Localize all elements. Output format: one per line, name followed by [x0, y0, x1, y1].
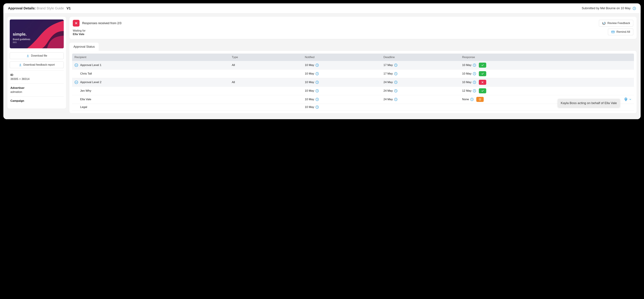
- summary-card: Responses received from 2/3 Waiting for …: [70, 17, 636, 39]
- responses-text: Responses received from 2/3: [82, 22, 122, 25]
- notified-cell: 10 May: [305, 89, 379, 93]
- title-label: Approval Details:: [8, 6, 36, 10]
- status-badge-approved: [479, 63, 486, 68]
- rejected-badge: [73, 20, 80, 27]
- clock-icon: [316, 81, 319, 84]
- th-type: Type: [230, 54, 302, 61]
- status-badge-approved: [479, 88, 486, 93]
- clock-icon: [394, 81, 398, 84]
- type-cell: [230, 95, 302, 104]
- approval-status-table: Recipient Type Notified Deadline Respons…: [72, 54, 634, 111]
- notified-cell: 10 May: [305, 81, 379, 84]
- clock-icon: [473, 89, 476, 93]
- notified-cell: 10 May: [305, 98, 379, 101]
- gear-icon[interactable]: [624, 97, 628, 101]
- document-thumbnail[interactable]: simple. Brand guidelines 2021: [10, 20, 64, 48]
- recipient-name: Jen Why: [80, 89, 91, 93]
- notified-cell: 10 May: [305, 64, 379, 67]
- clock-icon: [316, 64, 319, 67]
- type-cell: [230, 87, 302, 95]
- acting-on-behalf-tooltip: Kayla Boss acting on behalf of Ella Vale: [558, 99, 620, 107]
- review-feedback-button[interactable]: Review Feedback: [599, 20, 633, 27]
- review-feedback-icon: [602, 21, 606, 25]
- approval-table-card: Recipient Type Notified Deadline Respons…: [70, 51, 636, 113]
- thumb-line: Brand guidelines: [13, 38, 30, 41]
- response-date: None: [462, 98, 474, 101]
- meta-value: 38305 > 38314: [10, 77, 63, 81]
- svg-rect-4: [612, 31, 614, 33]
- meta-advertiser: Advertiser admation: [10, 83, 64, 96]
- response-date: 10 May: [462, 81, 476, 84]
- download-icon: [19, 63, 22, 66]
- collapse-icon[interactable]: [74, 63, 78, 67]
- table-row: Approval Level 1All10 May17 May10 May: [72, 61, 634, 70]
- header-bar: Approval Details: Brand Style Guide V1 S…: [3, 3, 641, 14]
- download-report-button[interactable]: Download feedback report: [10, 62, 64, 68]
- mail-icon: [611, 30, 615, 34]
- waiting-for: Waiting for Ella Vale: [73, 29, 122, 36]
- row-actions[interactable]: [624, 97, 632, 101]
- clock-icon: [473, 64, 476, 67]
- remind-all-label: Remind All: [616, 30, 630, 34]
- response-date: 10 May: [462, 64, 476, 67]
- download-file-button[interactable]: Download file: [10, 52, 64, 59]
- table-row: Chris Tall10 May17 May10 May: [72, 70, 634, 78]
- tab-row: Approval Status: [70, 43, 636, 51]
- responses-summary: Responses received from 2/3: [73, 20, 122, 27]
- main-column: Responses received from 2/3 Waiting for …: [70, 17, 636, 113]
- clock-icon: [394, 64, 398, 67]
- clock-icon: [470, 98, 474, 101]
- clock-icon: [632, 7, 636, 10]
- collapse-icon[interactable]: [74, 80, 78, 84]
- submitted-info: Submitted by Mel Bourne on 10 May: [582, 7, 636, 10]
- recipient-name: Ella Vale: [80, 98, 91, 101]
- clock-icon: [316, 105, 319, 109]
- th-recipient: Recipient: [72, 54, 230, 61]
- waiting-label: Waiting for: [73, 29, 86, 32]
- clock-icon: [473, 81, 476, 84]
- meta-campaign: Campaign: [10, 96, 64, 106]
- table-row: Legal10 May: [72, 104, 634, 111]
- clock-icon: [394, 98, 398, 101]
- body-area: simple. Brand guidelines 2021 Download f…: [3, 14, 641, 119]
- clock-icon: [316, 98, 319, 101]
- remind-all-button[interactable]: Remind All: [608, 29, 633, 35]
- recipient-name: Approval Level 2: [80, 81, 102, 84]
- title-version: V1: [66, 6, 70, 10]
- table-row: Jen Why10 May24 May12 May: [72, 87, 634, 95]
- notified-cell: 10 May: [305, 105, 379, 109]
- clock-icon: [394, 89, 398, 93]
- clock-icon: [316, 72, 319, 75]
- deadline-cell: 24 May: [384, 89, 458, 93]
- meta-value: admation: [10, 90, 63, 94]
- type-cell: All: [230, 61, 302, 70]
- clock-icon: [473, 72, 476, 75]
- deadline-cell: 24 May: [384, 98, 458, 101]
- status-badge-approved: [479, 71, 486, 76]
- meta-label: ID: [10, 73, 63, 77]
- notified-cell: 10 May: [305, 72, 379, 75]
- svg-point-25: [626, 99, 626, 100]
- th-notified: Notified: [302, 54, 381, 61]
- recipient-name: Legal: [80, 105, 87, 109]
- recipient-name: Chris Tall: [80, 72, 92, 75]
- type-cell: All: [230, 78, 302, 87]
- type-cell: [230, 104, 302, 111]
- recipient-name: Approval Level 1: [80, 64, 102, 67]
- tab-approval-status[interactable]: Approval Status: [70, 43, 99, 51]
- th-deadline: Deadline: [381, 54, 460, 61]
- chevron-down-icon[interactable]: [629, 98, 632, 101]
- clock-icon: [316, 89, 319, 93]
- download-file-label: Download file: [31, 54, 47, 57]
- response-date: 12 May: [462, 89, 476, 93]
- status-badge-rejected: [479, 80, 486, 85]
- clock-icon: [394, 72, 398, 75]
- status-badge-waiting: [476, 97, 484, 102]
- waiting-name: Ella Vale: [73, 33, 122, 36]
- app-window: Approval Details: Brand Style Guide V1 S…: [3, 3, 641, 119]
- deadline-cell: 17 May: [384, 64, 458, 67]
- meta-label: Advertiser: [10, 86, 63, 90]
- th-response: Response: [460, 54, 634, 61]
- deadline-cell: 24 May: [384, 81, 458, 84]
- meta-label: Campaign: [10, 99, 63, 103]
